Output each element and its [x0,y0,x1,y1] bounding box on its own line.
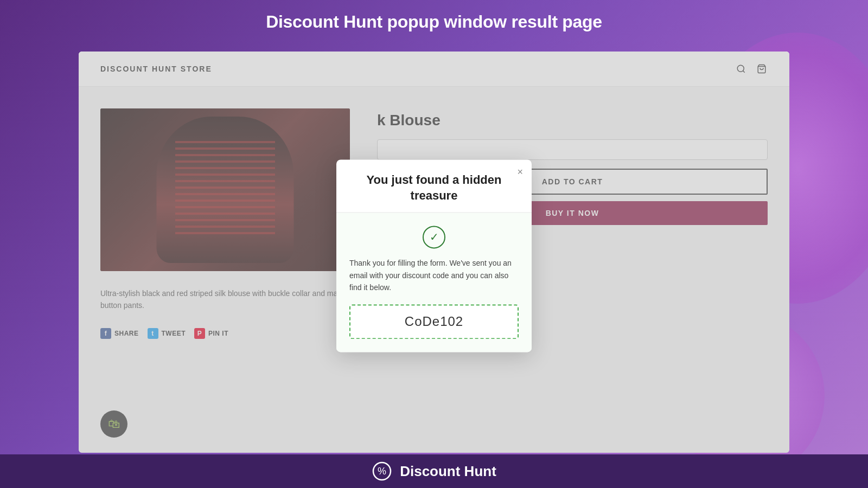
page-title: Discount Hunt popup window result page [266,12,602,32]
footer-brand-name: Discount Hunt [400,463,496,480]
page-title-bar: Discount Hunt popup window result page [0,0,868,43]
modal-popup: You just found a hidden treasure × ✓ Tha… [336,159,532,352]
modal-body: ✓ Thank you for filling the form. We've … [336,213,532,352]
discount-code: CoDe102 [405,314,463,329]
store-window: DISCOUNT HUNT STORE k Blouse [79,52,789,453]
discount-code-box: CoDe102 [349,305,519,339]
checkmark-icon: ✓ [423,226,445,249]
modal-message: Thank you for filling the form. We've se… [349,258,519,294]
footer-logo-icon: % [372,461,392,481]
modal-header: You just found a hidden treasure × [336,159,532,213]
page-footer: % Discount Hunt [0,454,868,488]
svg-text:%: % [378,466,386,477]
modal-title: You just found a hidden treasure [349,172,519,203]
success-icon-container: ✓ [349,226,519,249]
modal-close-button[interactable]: × [517,167,523,177]
